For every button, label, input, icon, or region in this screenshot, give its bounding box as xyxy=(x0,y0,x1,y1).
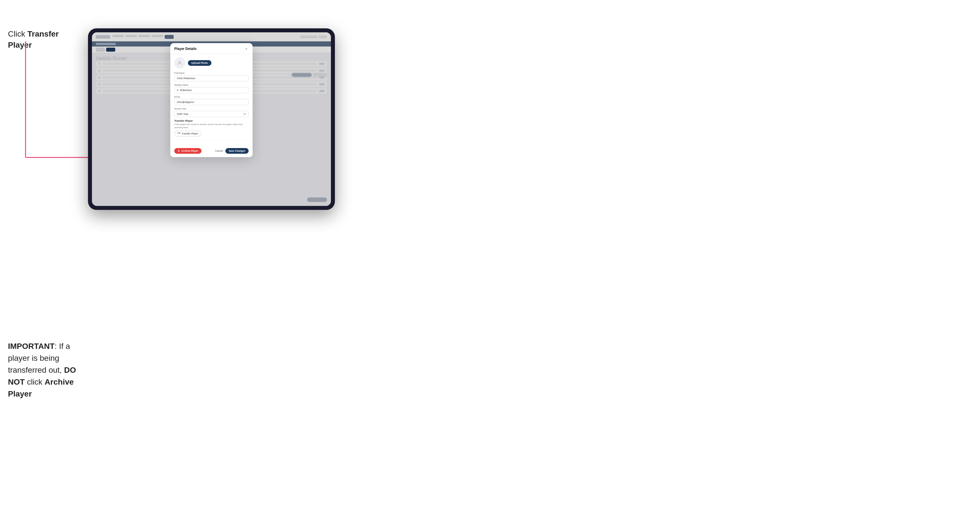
modal-header: Player Details × xyxy=(170,43,253,54)
display-name-label: Display Name xyxy=(174,84,249,86)
tablet-screen: Update Roster xyxy=(92,32,331,206)
avatar-circle xyxy=(174,57,185,68)
transfer-player-button[interactable]: Transfer Player xyxy=(174,131,201,137)
full-name-input[interactable] xyxy=(174,75,249,81)
transfer-description: If this player has moved to another scho… xyxy=(174,123,249,129)
email-label: Email xyxy=(174,95,249,98)
display-name-field: Display Name xyxy=(174,84,249,93)
transfer-section: Transfer Player If this player has moved… xyxy=(174,119,249,140)
instruction-click-area: Click Transfer Player xyxy=(8,29,84,51)
email-input[interactable] xyxy=(174,99,249,105)
transfer-icon xyxy=(177,132,180,135)
modal-overlay: Player Details × Upload Photo xyxy=(92,32,331,206)
archive-icon: ⬇ xyxy=(178,149,180,152)
upload-photo-button[interactable]: Upload Photo xyxy=(188,60,212,66)
person-icon xyxy=(177,60,183,66)
modal-footer: ⬇ Archive Player Cancel Save Changes xyxy=(170,146,253,157)
cancel-button[interactable]: Cancel xyxy=(215,149,223,152)
do-not-body: click xyxy=(25,378,45,386)
save-changes-button[interactable]: Save Changes xyxy=(225,148,249,154)
instruction-click-text: Click Transfer Player xyxy=(8,29,84,51)
instruction-important-text: IMPORTANT: If a player is being transfer… xyxy=(8,340,88,400)
transfer-button-label: Transfer Player xyxy=(181,132,198,135)
player-details-modal: Player Details × Upload Photo xyxy=(170,43,253,157)
instruction-important-area: IMPORTANT: If a player is being transfer… xyxy=(8,340,88,400)
transfer-section-label: Transfer Player xyxy=(174,119,249,122)
modal-body: Upload Photo Full Name Display Name xyxy=(170,54,253,146)
footer-right-actions: Cancel Save Changes xyxy=(215,148,249,154)
click-prefix: Click xyxy=(8,30,27,38)
school-year-label: School Year xyxy=(174,108,249,110)
avatar-section: Upload Photo xyxy=(174,57,249,68)
important-label: IMPORTANT xyxy=(8,342,54,351)
svg-point-3 xyxy=(179,61,181,63)
archive-label: Archive Player xyxy=(181,149,198,152)
tablet-device: Update Roster xyxy=(88,29,335,210)
display-name-input[interactable] xyxy=(174,87,249,93)
close-button[interactable]: × xyxy=(244,46,249,51)
school-year-field: School Year First Year Second Year Third… xyxy=(174,108,249,117)
full-name-field: Full Name xyxy=(174,72,249,81)
email-field: Email xyxy=(174,95,249,105)
modal-title: Player Details xyxy=(174,47,197,51)
full-name-label: Full Name xyxy=(174,72,249,74)
school-year-select[interactable]: First Year Second Year Third Year Fourth… xyxy=(174,111,249,117)
archive-player-button[interactable]: ⬇ Archive Player xyxy=(174,148,202,154)
